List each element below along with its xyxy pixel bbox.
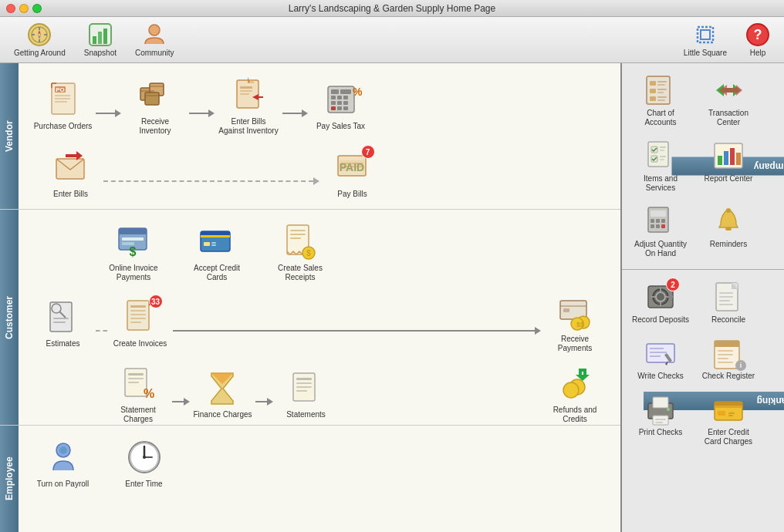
check-register-item[interactable]: i Check Register [696,332,761,386]
svg-rect-43 [331,101,336,105]
minimize-button[interactable] [19,4,29,13]
svg-rect-174 [718,350,733,352]
svg-rect-122 [657,92,664,93]
statements-label: Statements [286,410,326,419]
enter-bills-item[interactable]: Enter Bills [38,143,103,204]
chart-of-accounts-item[interactable]: Chart of Accounts [628,69,693,132]
title-bar: Larry's Landscaping & Garden Supply Home… [0,0,784,17]
help-button[interactable]: ? Help [739,19,776,60]
record-deposits-item[interactable]: 2 Record Deposits [628,276,693,329]
svg-rect-139 [736,153,741,165]
statement-charges-icon: % [119,364,157,402]
getting-around-button[interactable]: Getting Around [8,19,72,60]
help-icon: ? [745,22,770,47]
chart-icon [88,22,113,47]
little-square-button[interactable]: Little Square [678,19,733,60]
svg-rect-95 [128,373,144,375]
svg-text:?: ? [754,27,762,42]
svg-rect-14 [701,30,710,39]
purchase-orders-label: Purchase Orders [34,122,93,131]
pay-bills-item[interactable]: PAID 7 Pay Bills [319,143,385,204]
dashed-est-inv [96,330,107,332]
adjust-quantity-item[interactable]: Adjust Quantity On Hand [628,200,693,263]
svg-rect-121 [657,89,667,90]
adjust-quantity-icon [644,205,677,237]
svg-rect-162 [719,296,733,298]
svg-rect-120 [650,89,656,93]
svg-rect-138 [730,148,735,165]
pay-sales-tax-item[interactable]: % Pay Sales Tax [308,76,373,136]
create-invoices-item[interactable]: 33 Create Invoices [107,293,173,353]
estimates-item[interactable]: Estimates [30,293,96,353]
pay-sales-tax-icon: % [322,80,360,119]
create-sales-receipts-item[interactable]: $ Create Sales Receipts [266,217,334,287]
record-deposits-badge: 2 [666,278,680,291]
refunds-credits-item[interactable]: Refunds and Credits [541,359,609,429]
reconcile-item[interactable]: Reconcile [696,276,761,329]
close-button[interactable] [6,4,15,13]
svg-rect-103 [296,382,312,384]
toolbar: Getting Around Snapshot Comm [0,17,784,63]
svg-rect-118 [657,81,667,82]
svg-rect-48 [343,106,348,110]
receive-inventory-item[interactable]: Receive Inventory [121,71,189,140]
statements-item[interactable]: Statements [273,364,339,424]
svg-text:%: % [144,387,154,400]
report-center-icon [712,140,745,172]
svg-point-107 [563,382,579,398]
record-deposits-icon: 2 [644,281,677,313]
customer-label: Customer [0,210,19,425]
svg-rect-96 [128,378,144,379]
accept-credit-cards-item[interactable]: Accept Credit Cards [183,217,251,287]
enter-bills-inventory-icon [229,76,268,114]
svg-point-110 [59,446,67,454]
svg-rect-188 [728,412,735,414]
employee-content: Turn on Payroll [19,426,620,532]
transaction-center-item[interactable]: Transaction Center [696,69,761,132]
svg-text:PO: PO [56,86,65,93]
report-center-label: Report Center [705,174,753,184]
reminders-item[interactable]: Reminders [696,200,761,263]
maximize-button[interactable] [32,4,42,13]
transaction-center-icon [712,74,745,106]
turn-on-payroll-item[interactable]: Turn on Payroll [30,433,96,493]
receive-payments-item[interactable]: $$ Receive Payments [541,288,609,358]
svg-rect-33 [240,90,252,92]
enter-time-label: Enter Time [125,480,162,489]
svg-rect-187 [718,411,725,416]
online-invoice-payments-item[interactable]: $ Online Invoice Payments [100,217,167,287]
finance-charges-item[interactable]: Finance Charges [190,364,255,424]
customer-section: Customer $ [0,210,620,426]
svg-point-183 [667,408,670,411]
write-checks-icon [644,337,677,369]
svg-rect-42 [343,96,348,99]
enter-bills-inventory-item[interactable]: Enter Bills Against Inventory [215,71,282,140]
snapshot-button[interactable]: Snapshot [78,19,123,60]
svg-rect-145 [651,224,654,228]
svg-rect-177 [718,362,733,363]
svg-rect-44 [337,101,342,105]
svg-rect-119 [657,84,665,86]
adjust-quantity-label: Adjust Quantity On Hand [631,240,690,258]
svg-rect-104 [296,386,312,388]
write-checks-item[interactable]: Write Checks [628,332,693,386]
svg-rect-134 [660,159,664,160]
svg-rect-69 [211,244,216,246]
svg-rect-66 [201,235,230,237]
svg-rect-72 [290,234,306,235]
community-button[interactable]: Community [129,19,181,60]
svg-rect-136 [718,156,722,165]
receive-inventory-icon [136,76,174,114]
svg-rect-71 [290,230,306,231]
svg-rect-102 [296,378,312,380]
refunds-credits-label: Refunds and Credits [544,406,606,424]
svg-rect-39 [340,89,351,94]
employee-label: Employee [0,426,19,532]
svg-rect-38 [331,89,339,94]
compass-icon [27,22,52,47]
window-title: Larry's Landscaping & Garden Supply Home… [289,3,495,14]
svg-rect-128 [648,142,668,167]
purchase-orders-item[interactable]: PO Purchase Orders [30,76,96,136]
statement-charges-item[interactable]: % Statement Charges [104,359,172,429]
enter-time-item[interactable]: Enter Time [111,433,177,493]
